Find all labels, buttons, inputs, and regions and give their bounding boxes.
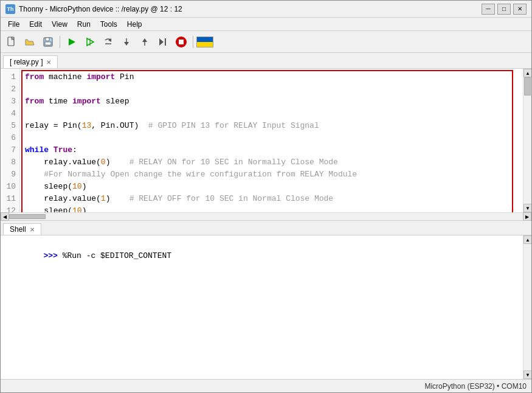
vscroll-thumb[interactable] [524,77,531,96]
shell-tab-label: Shell [10,225,26,234]
main-window: Th Thonny - MicroPython device :: /relay… [0,0,532,393]
save-file-button[interactable] [40,33,57,50]
resume-icon [157,37,168,47]
step-into-icon [121,37,132,47]
vscroll-up-button[interactable]: ▲ [523,69,531,77]
debug-icon [85,37,95,47]
step-into-button[interactable] [118,33,135,50]
shell-output[interactable]: >>> %Run -c $EDITOR_CONTENT [1,235,523,379]
hscroll-left-button[interactable]: ◀ [1,212,9,221]
code-line-12: sleep(10) [25,205,518,212]
svg-marker-10 [124,42,129,46]
hscroll-track[interactable] [9,214,523,219]
open-file-icon [24,37,35,47]
shell-tab-close[interactable]: ✕ [30,226,35,233]
menu-help[interactable]: Help [122,19,147,30]
menu-view[interactable]: View [47,19,72,30]
title-bar-left: Th Thonny - MicroPython device :: /relay… [5,4,182,14]
step-out-icon [139,37,150,47]
shell-prompt: >>> [43,251,57,260]
shell-line-1: >>> %Run -c $EDITOR_CONTENT [5,238,518,274]
vscroll-track[interactable] [523,77,531,204]
stop-icon [175,36,187,48]
tab-close-button[interactable]: ✕ [46,59,51,66]
menu-edit[interactable]: Edit [24,19,47,30]
status-label: MicroPython (ESP32) • COM10 [424,382,527,391]
title-bar: Th Thonny - MicroPython device :: /relay… [1,1,531,18]
hscroll-thumb[interactable] [9,214,46,219]
code-line-8: relay.value(0) # RELAY ON for 10 SEC in … [25,156,518,169]
new-file-button[interactable] [3,33,20,50]
editor-vscrollbar[interactable]: ▲ ▼ [523,69,531,212]
step-over-button[interactable] [100,33,117,50]
status-bar: MicroPython (ESP32) • COM10 [1,379,531,392]
step-out-button[interactable] [136,33,153,50]
shell-vscroll-down[interactable]: ▼ [523,370,531,379]
code-line-1: from machine import Pin [25,71,518,83]
shell-vscroll-track[interactable] [523,244,531,370]
open-file-button[interactable] [21,33,38,50]
shell-vscroll-up[interactable]: ▲ [523,235,531,244]
code-line-3: from time import sleep [25,96,518,108]
svg-rect-3 [45,42,51,45]
new-file-icon [6,37,17,47]
code-line-9: #For Normally Open change the wire confi… [25,169,518,181]
window-title: Thonny - MicroPython device :: /relay.py… [19,5,182,13]
code-line-2 [25,83,518,96]
vscroll-down-button[interactable]: ▼ [523,204,531,212]
svg-marker-4 [69,38,75,46]
menu-file[interactable]: File [3,19,24,30]
code-line-10: sleep(10) [25,181,518,193]
h-scrollbar[interactable]: ◀ ▶ [1,212,531,221]
stop-button[interactable] [173,33,190,50]
svg-marker-13 [159,38,164,46]
code-editor[interactable]: from machine import Pin from time import… [20,69,523,212]
shell-content-wrapper: >>> %Run -c $EDITOR_CONTENT ▲ ▼ [1,235,531,379]
svg-rect-16 [179,40,184,44]
menu-tools[interactable]: Tools [95,19,122,30]
save-file-icon [43,37,54,47]
shell-vscrollbar[interactable]: ▲ ▼ [523,235,531,379]
code-line-7: while True: [25,144,518,156]
editor-tab-label: [ relay.py ] [10,58,43,66]
shell-tab[interactable]: Shell ✕ [3,223,41,235]
step-over-icon [103,37,114,47]
svg-marker-12 [142,38,147,42]
close-button[interactable]: ✕ [513,4,527,15]
run-icon [66,37,77,47]
debug-button[interactable] [81,33,98,50]
toolbar-separator-2 [193,36,193,48]
app-icon: Th [5,4,15,14]
editor-tab[interactable]: [ relay.py ] ✕ [3,55,58,68]
minimize-button[interactable]: ─ [482,4,495,15]
shell-tab-bar: Shell ✕ [1,221,531,235]
resume-button[interactable] [154,33,171,50]
maximize-button[interactable]: □ [497,4,511,15]
code-line-4 [25,108,518,120]
shell-command: %Run -c $EDITOR_CONTENT [58,251,171,260]
editor-body: 12345 678910 1112 from machine import Pi… [1,69,531,212]
toolbar-separator-1 [60,36,60,48]
code-line-6 [25,132,518,144]
svg-rect-2 [46,38,49,41]
tab-bar: [ relay.py ] ✕ [1,53,531,69]
menu-bar: File Edit View Run Tools Help [1,18,531,31]
code-line-5: relay = Pin(13, Pin.OUT) # GPIO PIN 13 f… [25,120,518,132]
ukraine-flag [196,37,213,47]
code-line-11: relay.value(1) # RELAY OFF for 10 SEC in… [25,193,518,205]
menu-run[interactable]: Run [72,19,95,30]
hscroll-right-button[interactable]: ▶ [523,212,531,221]
run-button[interactable] [63,33,80,50]
toolbar [1,31,531,53]
line-numbers: 12345 678910 1112 [1,69,20,212]
title-bar-controls: ─ □ ✕ [482,4,527,15]
